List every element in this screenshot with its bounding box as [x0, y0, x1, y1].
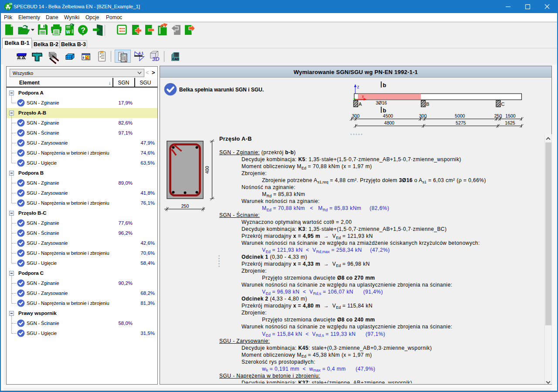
svg-text:1500: 1500	[505, 113, 516, 118]
svg-text:250: 250	[181, 203, 189, 209]
svg-text:CAD: CAD	[172, 57, 180, 61]
svg-text:EN: EN	[10, 3, 12, 5]
svg-text:1625: 1625	[505, 120, 515, 125]
svg-text:W: W	[66, 30, 71, 34]
svg-text:b: b	[383, 82, 386, 88]
svg-text:C: C	[501, 101, 505, 107]
svg-text:400: 400	[204, 166, 210, 174]
svg-text:300: 300	[419, 113, 427, 118]
svg-text:3D: 3D	[152, 56, 160, 62]
svg-text:250: 250	[494, 113, 502, 118]
svg-text:x: x	[362, 94, 364, 99]
svg-text:4500: 4500	[383, 113, 393, 118]
svg-text:A: A	[359, 101, 362, 107]
svg-text:?: ?	[81, 26, 85, 34]
svg-text:B: B	[426, 101, 429, 107]
svg-text:b: b	[383, 107, 386, 114]
svg-text:3Ø16: 3Ø16	[376, 100, 387, 105]
svg-text:z: z	[357, 84, 359, 89]
svg-text:5275: 5275	[456, 120, 466, 125]
svg-text:4800: 4800	[384, 120, 395, 125]
svg-text:300: 300	[352, 113, 360, 118]
svg-text:5000: 5000	[455, 113, 465, 118]
svg-text:4,1: 4,1	[139, 51, 144, 55]
